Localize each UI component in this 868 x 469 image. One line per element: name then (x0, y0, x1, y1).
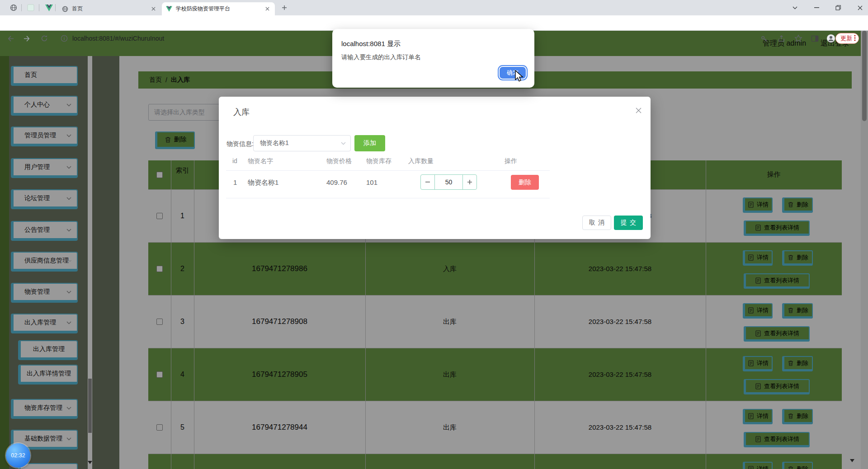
reload-icon[interactable] (40, 34, 49, 43)
forward-icon[interactable] (23, 34, 32, 43)
back-icon[interactable] (5, 34, 14, 43)
site-info-icon[interactable] (60, 34, 69, 43)
side-panel-icon[interactable] (810, 34, 819, 43)
modal-col-action: 操作 (505, 157, 517, 165)
divider (226, 170, 550, 171)
modal-row-price: 409.76 (326, 178, 347, 186)
pinned-tab-separator (39, 4, 39, 11)
material-select-value: 物资名称1 (260, 139, 341, 147)
modal-col-qty: 入库数量 (408, 157, 434, 165)
cancel-button[interactable]: 取消 (582, 216, 611, 230)
window-restore-button[interactable] (833, 3, 843, 13)
tab-search-icon[interactable] (790, 3, 800, 13)
password-key-icon[interactable] (760, 34, 769, 43)
timer-value: 02:32 (11, 452, 25, 459)
quantity-value[interactable]: 50 (434, 175, 463, 189)
tab-home[interactable]: 首页 (58, 2, 161, 15)
material-info-label: 物资信息: (226, 140, 254, 148)
divider (226, 198, 550, 198)
vue-icon (166, 6, 172, 12)
pinned-tab-vue-icon[interactable] (45, 4, 53, 12)
cancel-label: 取消 (589, 219, 607, 227)
dialog-message: 请输入要生成的出入库订单名 (341, 53, 421, 61)
browser-update-button[interactable]: 更新 (835, 33, 859, 44)
modal-close-icon[interactable] (633, 105, 644, 116)
tab-app[interactable]: 学校防疫物资管理平台 (162, 2, 275, 15)
pinned-tab-separator (55, 4, 56, 11)
dialog-title: localhost:8081 显示 (341, 40, 401, 48)
modal-col-price: 物资价格 (326, 157, 352, 165)
stepper-minus-button[interactable] (421, 175, 434, 189)
pinned-tab-globe-icon[interactable] (9, 4, 18, 12)
modal-row-delete-button[interactable]: 删除 (511, 175, 539, 190)
url-text[interactable]: localhost:8081/#/wuziChuruInout (72, 34, 164, 43)
pinned-tab-blank-icon[interactable] (27, 4, 35, 12)
modal-row-name: 物资名称1 (248, 178, 278, 187)
pinned-tab-separator (21, 4, 22, 11)
browser-tabstrip: 首页 学校防疫物资管理平台 (0, 0, 868, 15)
submit-label: 提交 (621, 219, 639, 227)
tab-title: 学校防疫物资管理平台 (176, 5, 260, 13)
add-button[interactable]: 添加 (354, 135, 385, 151)
modal-col-stock: 物资库存 (366, 157, 392, 165)
browser-addressbar: localhost:8081/#/wuziChuruInout 更新 (0, 15, 868, 31)
kebab-menu-icon[interactable] (854, 35, 856, 42)
stock-in-modal: 入库 物资信息: 物资名称1 添加 id 物资名字 物资价格 物资库存 入库数量… (219, 97, 651, 239)
tab-close-icon[interactable] (264, 5, 271, 13)
quantity-stepper: 50 (420, 174, 477, 190)
profile-avatar[interactable] (826, 34, 835, 43)
bookmark-star-icon[interactable] (794, 34, 803, 43)
delete-label: 删除 (519, 178, 531, 187)
new-tab-button[interactable] (280, 4, 288, 12)
tab-title: 首页 (72, 5, 146, 13)
recording-timer-badge[interactable]: 02:32 (6, 443, 30, 468)
tab-close-icon[interactable] (150, 5, 157, 13)
js-alert-dialog: localhost:8081 显示 请输入要生成的出入库订单名 确定 (332, 29, 534, 88)
globe-icon (62, 6, 68, 12)
chevron-down-icon (341, 142, 346, 145)
modal-title: 入库 (233, 107, 250, 117)
material-select[interactable]: 物资名称1 (253, 135, 351, 151)
window-minimize-button[interactable] (811, 3, 821, 13)
modal-row-stock: 101 (366, 178, 377, 186)
modal-col-name: 物资名字 (248, 157, 273, 165)
window-close-button[interactable] (855, 3, 865, 13)
add-label: 添加 (363, 139, 376, 147)
modal-row-id: 1 (233, 178, 237, 186)
modal-col-id: id (232, 157, 237, 164)
update-label: 更新 (840, 34, 852, 42)
share-icon[interactable] (777, 34, 786, 43)
stepper-plus-button[interactable] (463, 175, 476, 189)
submit-button[interactable]: 提交 (614, 216, 643, 230)
mouse-cursor-icon (515, 70, 525, 85)
